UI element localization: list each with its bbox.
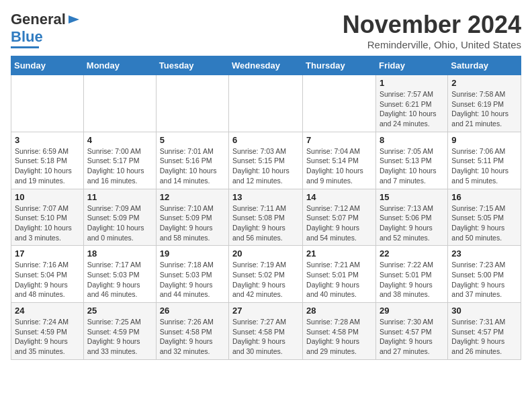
day-info: Sunrise: 7:28 AMSunset: 4:58 PMDaylight:… <box>306 317 372 357</box>
day-info: Sunrise: 7:05 AMSunset: 5:13 PMDaylight:… <box>380 146 444 186</box>
location-subtitle: Reminderville, Ohio, United States <box>343 39 521 50</box>
day-number: 6 <box>232 135 299 145</box>
day-number: 20 <box>232 248 299 259</box>
day-info: Sunrise: 7:19 AMSunset: 5:02 PMDaylight:… <box>232 260 299 300</box>
calendar-week-row: 10Sunrise: 7:07 AMSunset: 5:10 PMDayligh… <box>11 189 521 246</box>
calendar-cell: 22Sunrise: 7:22 AMSunset: 5:01 PMDayligh… <box>375 246 447 303</box>
weekday-header-friday: Friday <box>375 56 447 75</box>
day-info: Sunrise: 7:18 AMSunset: 5:03 PMDaylight:… <box>160 260 225 300</box>
calendar-cell: 21Sunrise: 7:21 AMSunset: 5:01 PMDayligh… <box>303 246 376 303</box>
calendar-cell <box>83 75 156 132</box>
day-info: Sunrise: 7:26 AMSunset: 4:58 PMDaylight:… <box>160 317 225 357</box>
day-number: 25 <box>87 306 152 316</box>
day-number: 15 <box>380 192 444 202</box>
month-title: November 2024 <box>343 11 521 39</box>
day-info: Sunrise: 7:30 AMSunset: 4:57 PMDaylight:… <box>380 317 444 357</box>
day-info: Sunrise: 7:24 AMSunset: 4:59 PMDaylight:… <box>15 317 80 357</box>
calendar-cell: 2Sunrise: 7:58 AMSunset: 6:19 PMDaylight… <box>448 75 521 132</box>
day-number: 11 <box>87 192 152 202</box>
day-number: 22 <box>380 248 444 259</box>
weekday-header-thursday: Thursday <box>303 56 376 75</box>
calendar-cell: 8Sunrise: 7:05 AMSunset: 5:13 PMDaylight… <box>375 132 447 189</box>
calendar-cell: 27Sunrise: 7:27 AMSunset: 4:58 PMDayligh… <box>229 303 303 360</box>
day-info: Sunrise: 7:07 AMSunset: 5:10 PMDaylight:… <box>15 203 80 243</box>
day-number: 17 <box>15 248 80 259</box>
day-number: 30 <box>451 306 517 316</box>
calendar-week-row: 17Sunrise: 7:16 AMSunset: 5:04 PMDayligh… <box>11 246 521 303</box>
day-number: 14 <box>306 192 372 202</box>
calendar-cell <box>11 75 84 132</box>
calendar-cell: 11Sunrise: 7:09 AMSunset: 5:09 PMDayligh… <box>83 189 156 246</box>
day-info: Sunrise: 7:31 AMSunset: 4:57 PMDaylight:… <box>451 317 517 357</box>
day-number: 5 <box>160 135 225 145</box>
day-number: 21 <box>306 248 372 259</box>
calendar-cell: 25Sunrise: 7:25 AMSunset: 4:59 PMDayligh… <box>83 303 156 360</box>
calendar-cell: 15Sunrise: 7:13 AMSunset: 5:06 PMDayligh… <box>375 189 447 246</box>
weekday-header-wednesday: Wednesday <box>229 56 303 75</box>
day-number: 27 <box>232 306 299 316</box>
calendar-week-row: 24Sunrise: 7:24 AMSunset: 4:59 PMDayligh… <box>11 303 521 360</box>
day-info: Sunrise: 7:57 AMSunset: 6:21 PMDaylight:… <box>380 89 444 129</box>
calendar-cell: 30Sunrise: 7:31 AMSunset: 4:57 PMDayligh… <box>448 303 521 360</box>
logo-general: General <box>11 11 66 28</box>
day-number: 7 <box>306 135 372 145</box>
day-info: Sunrise: 7:27 AMSunset: 4:58 PMDaylight:… <box>232 317 299 357</box>
svg-marker-0 <box>69 15 79 24</box>
logo-blue: Blue <box>11 28 43 46</box>
calendar-cell: 5Sunrise: 7:01 AMSunset: 5:16 PMDaylight… <box>156 132 228 189</box>
calendar-week-row: 1Sunrise: 7:57 AMSunset: 6:21 PMDaylight… <box>11 75 521 132</box>
day-info: Sunrise: 7:11 AMSunset: 5:08 PMDaylight:… <box>232 203 299 243</box>
day-info: Sunrise: 7:13 AMSunset: 5:06 PMDaylight:… <box>380 203 444 243</box>
calendar-cell: 10Sunrise: 7:07 AMSunset: 5:10 PMDayligh… <box>11 189 84 246</box>
day-number: 26 <box>160 306 225 316</box>
day-number: 18 <box>87 248 152 259</box>
day-info: Sunrise: 7:23 AMSunset: 5:00 PMDaylight:… <box>451 260 517 300</box>
day-number: 29 <box>380 306 444 316</box>
calendar-cell: 19Sunrise: 7:18 AMSunset: 5:03 PMDayligh… <box>156 246 228 303</box>
calendar-cell: 13Sunrise: 7:11 AMSunset: 5:08 PMDayligh… <box>229 189 303 246</box>
day-info: Sunrise: 7:25 AMSunset: 4:59 PMDaylight:… <box>87 317 152 357</box>
calendar-cell <box>229 75 303 132</box>
day-info: Sunrise: 7:10 AMSunset: 5:09 PMDaylight:… <box>160 203 225 243</box>
day-info: Sunrise: 7:09 AMSunset: 5:09 PMDaylight:… <box>87 203 152 243</box>
day-info: Sunrise: 7:15 AMSunset: 5:05 PMDaylight:… <box>451 203 517 243</box>
calendar-cell: 26Sunrise: 7:26 AMSunset: 4:58 PMDayligh… <box>156 303 228 360</box>
calendar-cell: 14Sunrise: 7:12 AMSunset: 5:07 PMDayligh… <box>303 189 376 246</box>
calendar-table: SundayMondayTuesdayWednesdayThursdayFrid… <box>11 56 521 360</box>
day-info: Sunrise: 7:22 AMSunset: 5:01 PMDaylight:… <box>380 260 444 300</box>
calendar-cell: 20Sunrise: 7:19 AMSunset: 5:02 PMDayligh… <box>229 246 303 303</box>
day-info: Sunrise: 7:16 AMSunset: 5:04 PMDaylight:… <box>15 260 80 300</box>
logo-underline <box>11 46 39 48</box>
weekday-header-sunday: Sunday <box>11 56 84 75</box>
day-info: Sunrise: 7:21 AMSunset: 5:01 PMDaylight:… <box>306 260 372 300</box>
day-number: 24 <box>15 306 80 316</box>
day-number: 8 <box>380 135 444 145</box>
day-number: 2 <box>451 78 517 88</box>
day-number: 9 <box>451 135 517 145</box>
day-number: 19 <box>160 248 225 259</box>
day-number: 12 <box>160 192 225 202</box>
calendar-cell: 1Sunrise: 7:57 AMSunset: 6:21 PMDaylight… <box>375 75 447 132</box>
day-info: Sunrise: 7:00 AMSunset: 5:17 PMDaylight:… <box>87 146 152 186</box>
calendar-cell: 23Sunrise: 7:23 AMSunset: 5:00 PMDayligh… <box>448 246 521 303</box>
weekday-header-tuesday: Tuesday <box>156 56 228 75</box>
calendar-cell: 7Sunrise: 7:04 AMSunset: 5:14 PMDaylight… <box>303 132 376 189</box>
day-number: 23 <box>451 248 517 259</box>
day-number: 28 <box>306 306 372 316</box>
calendar-cell: 18Sunrise: 7:17 AMSunset: 5:03 PMDayligh… <box>83 246 156 303</box>
calendar-cell: 17Sunrise: 7:16 AMSunset: 5:04 PMDayligh… <box>11 246 84 303</box>
calendar-cell: 3Sunrise: 6:59 AMSunset: 5:18 PMDaylight… <box>11 132 84 189</box>
day-info: Sunrise: 6:59 AMSunset: 5:18 PMDaylight:… <box>15 146 80 186</box>
logo: General Blue <box>11 11 81 48</box>
day-info: Sunrise: 7:03 AMSunset: 5:15 PMDaylight:… <box>232 146 299 186</box>
day-info: Sunrise: 7:12 AMSunset: 5:07 PMDaylight:… <box>306 203 372 243</box>
day-info: Sunrise: 7:04 AMSunset: 5:14 PMDaylight:… <box>306 146 372 186</box>
day-number: 10 <box>15 192 80 202</box>
day-info: Sunrise: 7:17 AMSunset: 5:03 PMDaylight:… <box>87 260 152 300</box>
weekday-header-saturday: Saturday <box>448 56 521 75</box>
calendar-cell: 6Sunrise: 7:03 AMSunset: 5:15 PMDaylight… <box>229 132 303 189</box>
calendar-cell: 9Sunrise: 7:06 AMSunset: 5:11 PMDaylight… <box>448 132 521 189</box>
logo-arrow-icon <box>67 13 81 26</box>
day-number: 1 <box>380 78 444 88</box>
calendar-cell: 4Sunrise: 7:00 AMSunset: 5:17 PMDaylight… <box>83 132 156 189</box>
